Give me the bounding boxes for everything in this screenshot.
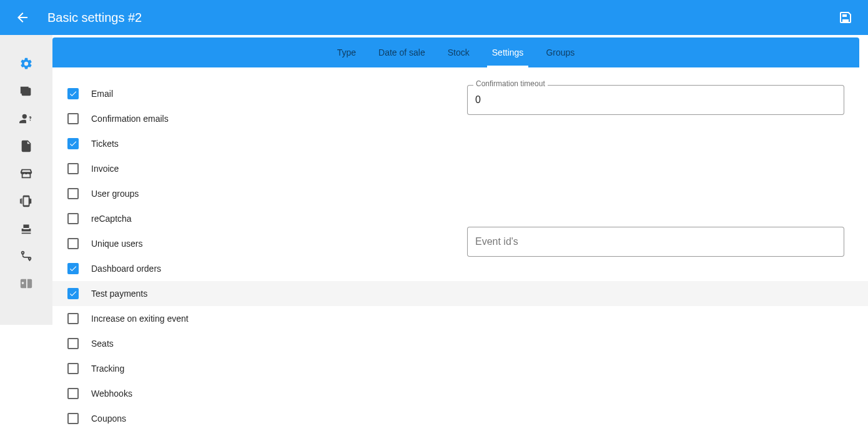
- badge-icon: [19, 277, 33, 290]
- confirmation-timeout-input[interactable]: [467, 85, 844, 115]
- settings-checkbox-list: EmailConfirmation emailsTicketsInvoiceUs…: [67, 81, 442, 431]
- checkbox-unique_users[interactable]: [67, 238, 79, 249]
- check-icon: [69, 139, 77, 148]
- tab-date-of-sale[interactable]: Date of sale: [378, 37, 425, 67]
- setting-label-webhooks: Webhooks: [91, 389, 132, 399]
- page-title: Basic settings #2: [47, 11, 821, 25]
- checkbox-email[interactable]: [67, 88, 79, 99]
- checkbox-recaptcha[interactable]: [67, 213, 79, 224]
- setting-label-dashboard_orders: Dashboard orders: [91, 264, 161, 274]
- setting-label-test_payments: Test payments: [91, 289, 147, 299]
- sidebar-item-seat[interactable]: [14, 221, 39, 236]
- sidebar-item-email[interactable]: [14, 84, 39, 99]
- setting-label-seats: Seats: [91, 339, 114, 349]
- setting-row-dashboard_orders[interactable]: Dashboard orders: [52, 256, 442, 281]
- confirmation-timeout-field: Confirmation timeout: [467, 85, 844, 115]
- arrow-back-icon: [15, 10, 30, 25]
- save-icon: [838, 10, 853, 25]
- setting-row-tickets[interactable]: Tickets: [52, 131, 442, 156]
- sidebar-item-storefront[interactable]: [14, 166, 39, 181]
- setting-row-coupons[interactable]: Coupons: [52, 406, 442, 431]
- tabs-bar: Type Date of sale Stock Settings Groups: [52, 37, 859, 67]
- setting-row-confirmation_emails[interactable]: Confirmation emails: [52, 106, 442, 131]
- setting-label-email: Email: [91, 89, 113, 99]
- tab-stock[interactable]: Stock: [448, 37, 470, 67]
- setting-label-invoice: Invoice: [91, 164, 119, 174]
- email-icon: [19, 84, 33, 98]
- checkbox-invoice[interactable]: [67, 163, 79, 174]
- checkbox-tracking[interactable]: [67, 363, 79, 374]
- checkbox-test_payments[interactable]: [67, 288, 79, 299]
- sidebar-item-badge[interactable]: [14, 276, 39, 291]
- check-icon: [69, 264, 77, 273]
- setting-label-increase_on_exiting_event: Increase on exiting event: [91, 314, 189, 324]
- setting-row-webhooks[interactable]: Webhooks: [52, 381, 442, 406]
- checkbox-coupons[interactable]: [67, 413, 79, 424]
- setting-label-unique_users: Unique users: [91, 239, 143, 249]
- setting-label-user_groups: User groups: [91, 189, 139, 199]
- sidebar-item-route[interactable]: [14, 249, 39, 264]
- event-ids-input[interactable]: [467, 227, 844, 257]
- tab-groups[interactable]: Groups: [546, 37, 575, 67]
- setting-row-recaptcha[interactable]: reCaptcha: [52, 206, 442, 231]
- setting-row-tracking[interactable]: Tracking: [52, 356, 442, 381]
- sidebar-item-phone-vibrate[interactable]: [14, 194, 39, 209]
- setting-row-seats[interactable]: Seats: [52, 331, 442, 356]
- checkbox-user_groups[interactable]: [67, 188, 79, 199]
- setting-label-recaptcha: reCaptcha: [91, 214, 132, 224]
- sidebar-item-pdf[interactable]: [14, 139, 39, 154]
- content-area: Type Date of sale Stock Settings Groups …: [52, 35, 868, 441]
- check-icon: [69, 89, 77, 98]
- setting-row-increase_on_exiting_event[interactable]: Increase on exiting event: [52, 306, 442, 331]
- tab-type[interactable]: Type: [337, 37, 356, 67]
- checkbox-webhooks[interactable]: [67, 388, 79, 399]
- tab-settings[interactable]: Settings: [492, 37, 524, 67]
- setting-row-unique_users[interactable]: Unique users: [52, 231, 442, 256]
- gear-icon: [19, 57, 33, 71]
- setting-row-email[interactable]: Email: [52, 81, 442, 106]
- checkbox-seats[interactable]: [67, 338, 79, 349]
- setting-label-coupons: Coupons: [91, 414, 126, 424]
- sidebar-item-user-question[interactable]: [14, 111, 39, 126]
- route-icon: [19, 249, 33, 263]
- storefront-icon: [19, 167, 33, 181]
- setting-row-user_groups[interactable]: User groups: [52, 181, 442, 206]
- setting-row-invoice[interactable]: Invoice: [52, 156, 442, 181]
- checkbox-tickets[interactable]: [67, 138, 79, 149]
- setting-label-tickets: Tickets: [91, 139, 119, 149]
- seat-icon: [19, 222, 33, 235]
- checkbox-dashboard_orders[interactable]: [67, 263, 79, 274]
- confirmation-timeout-label: Confirmation timeout: [473, 79, 548, 88]
- pdf-icon: [19, 139, 33, 153]
- event-ids-field: [467, 227, 844, 257]
- setting-label-confirmation_emails: Confirmation emails: [91, 114, 169, 124]
- checkbox-increase_on_exiting_event[interactable]: [67, 313, 79, 324]
- checkbox-confirmation_emails[interactable]: [67, 113, 79, 124]
- back-button[interactable]: [10, 5, 35, 30]
- app-bar: Basic settings #2: [0, 0, 868, 35]
- save-button[interactable]: [833, 5, 858, 30]
- sidebar-item-gear[interactable]: [14, 56, 39, 71]
- settings-panel: EmailConfirmation emailsTicketsInvoiceUs…: [52, 67, 859, 441]
- setting-label-tracking: Tracking: [91, 364, 124, 374]
- phone-vibrate-icon: [19, 194, 33, 208]
- settings-right-column: Confirmation timeout: [467, 81, 859, 431]
- sidebar: [0, 35, 52, 325]
- user-question-icon: [19, 112, 33, 126]
- check-icon: [69, 289, 77, 298]
